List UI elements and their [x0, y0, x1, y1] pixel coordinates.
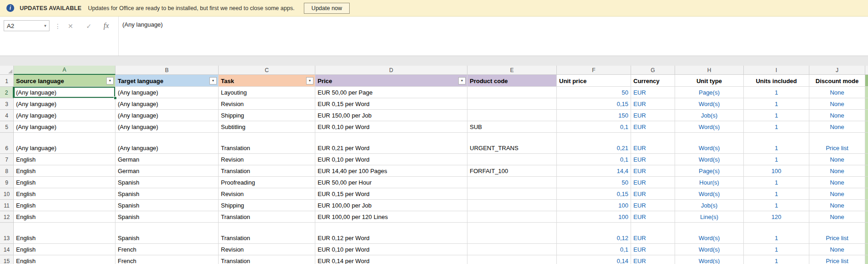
cell-e6[interactable]: URGENT_TRANS [467, 133, 557, 154]
cell-a14[interactable]: English [14, 244, 115, 255]
cell-h1[interactable]: Unit type [675, 75, 744, 87]
cell-c2[interactable]: Layouting [219, 87, 315, 98]
col-header-a[interactable]: A [14, 66, 115, 75]
row-header-12[interactable]: 12 [0, 211, 14, 223]
cell-k6[interactable] [865, 133, 868, 154]
cell-d14[interactable]: EUR 0,10 per Word [315, 244, 467, 255]
cell-b14[interactable]: French [115, 244, 219, 255]
col-header-e[interactable]: E [467, 66, 557, 75]
cell-k11[interactable] [865, 200, 868, 211]
cell-i12[interactable]: 120 [744, 211, 809, 223]
cell-b1[interactable]: Target language▼ [115, 75, 219, 87]
cell-g5[interactable]: EUR [631, 121, 675, 133]
cell-k8[interactable] [865, 165, 868, 177]
cell-f8[interactable]: 14,4 [557, 165, 631, 177]
cell-d1[interactable]: Price▼ [315, 75, 467, 87]
cell-d4[interactable]: EUR 150,00 per Job [315, 110, 467, 121]
cell-h3[interactable]: Word(s) [675, 98, 744, 110]
cell-i4[interactable]: 1 [744, 110, 809, 121]
cell-h11[interactable]: Job(s) [675, 200, 744, 211]
cell-i5[interactable]: 1 [744, 121, 809, 133]
cell-e11[interactable] [467, 200, 557, 211]
row-header-9[interactable]: 9 [0, 177, 14, 188]
update-now-button[interactable]: Update now [304, 3, 350, 14]
cell-f5[interactable]: 0,1 [557, 121, 631, 133]
cell-g6[interactable]: EUR [631, 133, 675, 154]
name-box[interactable]: A2 ▾ [4, 20, 49, 31]
cell-b11[interactable]: Spanish [115, 200, 219, 211]
cell-h7[interactable]: Word(s) [675, 154, 744, 165]
cell-c3[interactable]: Revision [219, 98, 315, 110]
cell-j14[interactable]: None [809, 244, 865, 255]
cell-g11[interactable]: EUR [631, 200, 675, 211]
cell-f14[interactable]: 0,1 [557, 244, 631, 255]
cell-a12[interactable]: English [14, 211, 115, 223]
insert-function-icon[interactable]: fx [104, 22, 109, 30]
cell-d10[interactable]: EUR 0,15 per Word [315, 188, 467, 200]
filter-button[interactable]: ▼ [106, 77, 114, 84]
cell-c14[interactable]: Revision [219, 244, 315, 255]
cell-b5[interactable]: (Any language) [115, 121, 219, 133]
cell-k9[interactable] [865, 177, 868, 188]
cell-f10[interactable]: 0,15 [557, 188, 631, 200]
cell-d13[interactable]: EUR 0,12 per Word [315, 223, 467, 244]
cell-d11[interactable]: EUR 100,00 per Job [315, 200, 467, 211]
cell-k12[interactable] [865, 211, 868, 223]
filter-button[interactable]: ▼ [458, 77, 466, 84]
cell-f2[interactable]: 50 [557, 87, 631, 98]
cell-g15[interactable]: EUR [631, 255, 675, 264]
cell-g7[interactable]: EUR [631, 154, 675, 165]
cell-i3[interactable]: 1 [744, 98, 809, 110]
cell-e3[interactable] [467, 98, 557, 110]
cell-g13[interactable]: EUR [631, 223, 675, 244]
formula-input[interactable]: (Any language) [118, 17, 868, 56]
cell-h6[interactable]: Word(s) [675, 133, 744, 154]
cell-j3[interactable]: None [809, 98, 865, 110]
cell-d15[interactable]: EUR 0,14 per Word [315, 255, 467, 264]
cell-a13[interactable]: English [14, 223, 115, 244]
cell-e7[interactable] [467, 154, 557, 165]
cell-k1[interactable] [865, 75, 868, 87]
cell-b15[interactable]: French [115, 255, 219, 264]
row-header-2[interactable]: 2 [0, 87, 14, 98]
cell-d3[interactable]: EUR 0,15 per Word [315, 98, 467, 110]
cell-e8[interactable]: FORFAIT_100 [467, 165, 557, 177]
cell-c4[interactable]: Shipping [219, 110, 315, 121]
cell-e14[interactable] [467, 244, 557, 255]
cell-d5[interactable]: EUR 0,10 per Word [315, 121, 467, 133]
col-header-g[interactable]: G [631, 66, 675, 75]
cell-f1[interactable]: Unit price [557, 75, 631, 87]
col-header-b[interactable]: B [115, 66, 219, 75]
cell-b6[interactable]: (Any language) [115, 133, 219, 154]
cell-g10[interactable]: EUR [631, 188, 675, 200]
cell-j13[interactable]: Price list [809, 223, 865, 244]
cell-a1[interactable]: Source language▼ [14, 75, 115, 87]
row-header-4[interactable]: 4 [0, 110, 14, 121]
cell-b9[interactable]: Spanish [115, 177, 219, 188]
row-header-6[interactable]: 6 [0, 133, 14, 154]
row-header-3[interactable]: 3 [0, 98, 14, 110]
cell-k13[interactable] [865, 223, 868, 244]
cell-f12[interactable]: 100 [557, 211, 631, 223]
cell-c1[interactable]: Task▼ [219, 75, 315, 87]
cell-h8[interactable]: Page(s) [675, 165, 744, 177]
cell-e1[interactable]: Product code [467, 75, 557, 87]
cell-c7[interactable]: Revision [219, 154, 315, 165]
cell-a15[interactable]: English [14, 255, 115, 264]
filter-button[interactable]: ▼ [209, 77, 217, 84]
cell-g2[interactable]: EUR [631, 87, 675, 98]
cell-g3[interactable]: EUR [631, 98, 675, 110]
cell-d8[interactable]: EUR 14,40 per 100 Pages [315, 165, 467, 177]
cell-b10[interactable]: Spanish [115, 188, 219, 200]
cell-a11[interactable]: English [14, 200, 115, 211]
cell-g8[interactable]: EUR [631, 165, 675, 177]
col-header-c[interactable]: C [219, 66, 315, 75]
cell-b12[interactable]: Spanish [115, 211, 219, 223]
cell-j4[interactable]: None [809, 110, 865, 121]
cell-h2[interactable]: Page(s) [675, 87, 744, 98]
select-all-button[interactable] [0, 66, 14, 75]
cell-c10[interactable]: Revision [219, 188, 315, 200]
cell-j9[interactable]: None [809, 177, 865, 188]
cell-e2[interactable] [467, 87, 557, 98]
cell-a3[interactable]: (Any language) [14, 98, 115, 110]
